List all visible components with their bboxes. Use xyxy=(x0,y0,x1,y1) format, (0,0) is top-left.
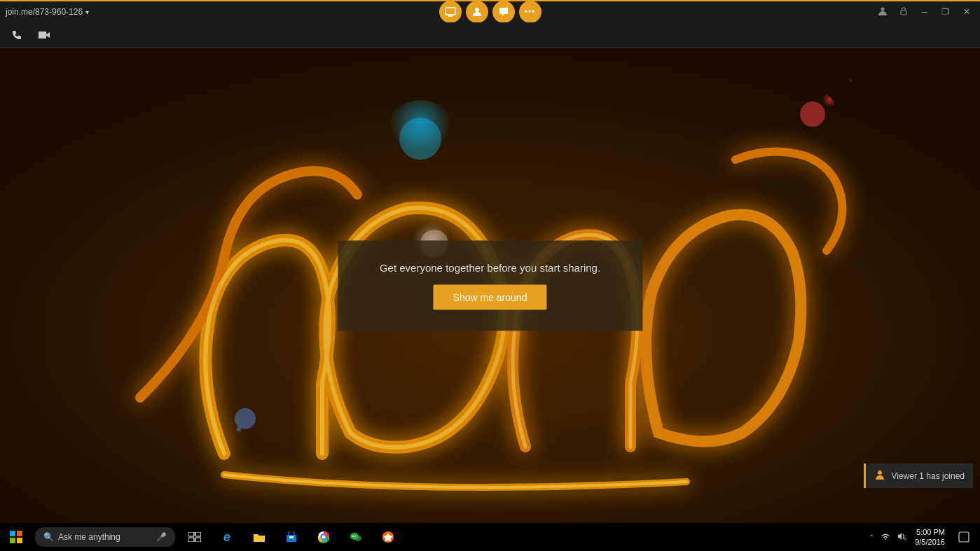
video-button[interactable] xyxy=(34,27,55,43)
svg-rect-38 xyxy=(959,532,969,542)
chat-button[interactable] xyxy=(492,1,515,23)
store-icon[interactable] xyxy=(276,523,307,551)
svg-point-32 xyxy=(352,536,354,537)
task-view-button[interactable] xyxy=(179,523,210,551)
close-button[interactable]: ✕ xyxy=(959,6,974,18)
svg-rect-23 xyxy=(195,532,201,536)
search-placeholder[interactable]: Ask me anything xyxy=(58,532,152,542)
screen-share-button[interactable] xyxy=(439,1,462,23)
start-button[interactable] xyxy=(0,523,32,551)
restore-button[interactable]: ❐ xyxy=(937,6,953,18)
user-icon[interactable] xyxy=(875,5,890,20)
svg-rect-27 xyxy=(289,536,294,538)
clock-date: 9/5/2016 xyxy=(915,537,945,547)
svg-point-1 xyxy=(475,8,479,12)
titlebar-center: ••• xyxy=(439,1,541,23)
tray-expand-icon[interactable]: ⌃ xyxy=(869,533,874,541)
svg-point-34 xyxy=(354,536,361,541)
modal-message: Get everyone together before you start s… xyxy=(380,261,600,273)
clock[interactable]: 5:00 PM 9/5/2016 xyxy=(911,526,949,549)
svg-rect-4 xyxy=(39,32,46,39)
svg-text:x: x xyxy=(904,536,906,540)
svg-rect-25 xyxy=(195,538,201,542)
edge-browser-icon[interactable]: e xyxy=(212,523,242,551)
search-icon: 🔍 xyxy=(43,532,54,542)
volume-icon[interactable]: x xyxy=(897,531,906,543)
show-me-around-button[interactable]: Show me around xyxy=(434,284,547,309)
titlebar: join.me/873-960-126 ▾ ••• xyxy=(0,0,980,22)
taskbar-apps: e xyxy=(179,523,403,551)
svg-rect-3 xyxy=(901,11,906,15)
people-button[interactable] xyxy=(466,1,488,23)
svg-point-30 xyxy=(322,536,326,539)
meeting-id-label[interactable]: join.me/873-960-126 xyxy=(6,7,83,17)
notification-button[interactable] xyxy=(953,523,974,551)
wifi-icon xyxy=(880,532,891,543)
svg-rect-19 xyxy=(17,531,22,536)
app7-icon[interactable] xyxy=(373,523,403,551)
svg-rect-0 xyxy=(446,8,455,15)
svg-point-17 xyxy=(878,470,882,475)
svg-rect-22 xyxy=(188,532,194,536)
svg-point-2 xyxy=(881,7,885,11)
svg-rect-24 xyxy=(188,538,194,542)
clock-time: 5:00 PM xyxy=(915,527,945,537)
system-tray: ⌃ x xyxy=(869,531,906,543)
minimize-button[interactable]: ─ xyxy=(917,6,932,18)
modal-overlay: Get everyone together before you start s… xyxy=(338,240,642,330)
microphone-icon[interactable]: 🎤 xyxy=(156,532,167,542)
main-content: Get everyone together before you start s… xyxy=(0,48,980,523)
meeting-id-dropdown-icon[interactable]: ▾ xyxy=(85,8,89,16)
wechat-icon[interactable] xyxy=(340,523,371,551)
more-button[interactable]: ••• xyxy=(519,1,541,23)
svg-rect-20 xyxy=(10,538,15,543)
chrome-icon[interactable] xyxy=(308,523,339,551)
phone-button[interactable] xyxy=(7,27,27,43)
file-explorer-icon[interactable] xyxy=(244,523,275,551)
taskbar-right: ⌃ x 5:00 PM 9/5/2016 xyxy=(869,523,980,551)
viewer-person-icon xyxy=(874,469,885,482)
svg-rect-21 xyxy=(17,538,22,543)
titlebar-right: ─ ❐ ✕ xyxy=(869,5,980,20)
svg-rect-18 xyxy=(10,531,15,536)
search-bar[interactable]: 🔍 Ask me anything 🎤 xyxy=(35,527,175,547)
toolbar xyxy=(0,22,980,48)
lock-icon[interactable] xyxy=(896,5,911,20)
taskbar: 🔍 Ask me anything 🎤 e xyxy=(0,523,980,551)
viewer-message: Viewer 1 has joined xyxy=(891,471,965,481)
titlebar-left: join.me/873-960-126 ▾ xyxy=(0,7,869,17)
viewer-toast: Viewer 1 has joined xyxy=(864,463,973,488)
